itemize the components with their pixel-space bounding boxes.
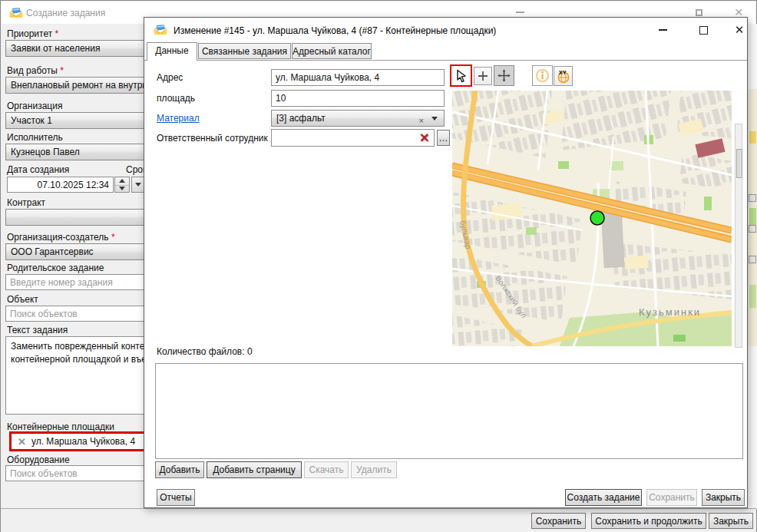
background-map-strip xyxy=(748,89,757,346)
date-spinner xyxy=(114,177,130,193)
map-tool-select-cursor-button[interactable] xyxy=(450,64,472,87)
hidden-toolbar-button[interactable] xyxy=(749,194,756,202)
tab-linked-tasks[interactable]: Связанные задания xyxy=(198,43,291,59)
move-icon xyxy=(497,68,511,83)
map-splitter[interactable] xyxy=(735,124,742,348)
tab-data[interactable]: Данные xyxy=(147,42,197,61)
map-tool-info-button[interactable] xyxy=(532,65,553,86)
object-label: Объект xyxy=(7,294,38,305)
map-road-fragment xyxy=(749,131,756,144)
map-marker[interactable] xyxy=(590,211,604,225)
employee-field[interactable] xyxy=(271,129,435,147)
background-map-sliver xyxy=(748,24,757,509)
files-count-label: Количество файлов: 0 xyxy=(157,346,253,357)
address-field[interactable] xyxy=(271,69,445,86)
area-label: площадь xyxy=(157,93,195,104)
save-and-continue-button[interactable]: Сохранить и продолжить xyxy=(591,513,706,529)
map-tool-xy-coordinates-button[interactable]: XY xyxy=(554,66,573,86)
clear-selection-icon[interactable]: × xyxy=(419,113,424,127)
info-icon xyxy=(534,68,550,84)
add-file-button[interactable]: Добавить xyxy=(155,461,204,478)
employee-label: Ответственный сотрудник xyxy=(157,133,268,144)
parent-task-label: Родительское задание xyxy=(7,263,104,273)
material-link[interactable]: Материал xyxy=(157,113,200,124)
container-sites-label: Контейнерные площадки xyxy=(7,421,114,432)
maximize-icon xyxy=(699,26,708,35)
background-window-title: Создание задания xyxy=(26,8,105,18)
screen: Создание задания ✕ Приоритет * Заявки от… xyxy=(0,0,757,532)
xy-globe-icon: XY xyxy=(556,68,571,84)
map-canvas[interactable]: бульвар Волжский бул Кузьминки xyxy=(452,91,732,346)
maximize-icon xyxy=(696,9,702,16)
dialog-title: Изменение #145 - ул. Маршала Чуйкова, 4 … xyxy=(174,25,496,36)
cursor-icon xyxy=(454,68,469,84)
edit-dialog-window: Изменение #145 - ул. Маршала Чуйкова, 4 … xyxy=(144,17,748,508)
clear-employee-icon[interactable]: ✕ xyxy=(419,132,429,144)
tab-address-catalog[interactable]: Адресный каталог xyxy=(292,43,372,59)
material-combobox[interactable]: [3] асфальт × xyxy=(271,110,445,127)
hidden-toolbar-button[interactable] xyxy=(749,225,756,233)
save-button[interactable]: Сохранить xyxy=(531,513,586,529)
create-task-button[interactable]: Создать задание xyxy=(565,489,642,506)
contract-label: Контракт xyxy=(7,197,45,208)
container-site-item-text: ул. Маршала Чуйкова, 4 xyxy=(31,436,135,447)
close-button[interactable]: Закрыть xyxy=(702,489,745,506)
files-list[interactable] xyxy=(155,363,743,459)
district-label: Кузьминки xyxy=(639,306,701,318)
reports-button[interactable]: Отчеты xyxy=(157,489,195,506)
delete-file-button[interactable]: Удалить xyxy=(351,461,397,478)
dialog-titlebar[interactable]: Изменение #145 - ул. Маршала Чуйкова, 4 … xyxy=(144,18,747,42)
close-icon: ✕ xyxy=(735,25,745,35)
splitter-handle[interactable] xyxy=(736,149,742,178)
creation-date-field[interactable] xyxy=(7,177,114,193)
arrow-down-icon xyxy=(119,187,125,190)
close-button[interactable]: Закрыть xyxy=(709,513,753,529)
work-type-label: Вид работы * xyxy=(7,65,64,76)
date-dropdown-button[interactable] xyxy=(131,177,144,193)
equipment-label: Оборудование xyxy=(7,454,70,465)
organization-label: Организация xyxy=(7,101,62,111)
plus-icon xyxy=(476,69,490,83)
address-label: Адрес xyxy=(157,72,183,83)
minimize-icon xyxy=(659,29,667,31)
background-window-footer: Сохранить Сохранить и продолжить Закрыть xyxy=(1,508,756,532)
area-field[interactable] xyxy=(271,90,445,107)
creation-date-label: Дата создания xyxy=(7,164,69,175)
employee-browse-button[interactable]: … xyxy=(437,130,450,146)
dialog-maximize-button[interactable] xyxy=(688,21,719,38)
svg-text:XY: XY xyxy=(558,68,566,75)
hidden-toolbar-button[interactable] xyxy=(749,256,756,263)
app-icon xyxy=(9,7,23,18)
save-button[interactable]: Сохранить xyxy=(646,489,697,506)
creator-org-label: Организация-создатель * xyxy=(7,232,115,243)
map-green-fragment xyxy=(749,208,756,225)
arrow-up-icon xyxy=(119,179,125,183)
download-file-button[interactable]: Скачать xyxy=(304,461,349,478)
minimize-icon xyxy=(516,12,524,13)
chevron-down-icon[interactable] xyxy=(431,117,438,121)
map-tool-pan-button[interactable] xyxy=(494,65,514,86)
spin-down-button[interactable] xyxy=(115,185,129,193)
add-page-button[interactable]: Добавить страницу xyxy=(207,461,302,478)
close-icon: ✕ xyxy=(734,7,743,18)
dialog-close-button[interactable]: ✕ xyxy=(724,21,755,38)
app-icon xyxy=(154,24,167,35)
dialog-minimize-button[interactable] xyxy=(647,21,678,38)
tab-strip-line xyxy=(144,60,747,61)
map-green-fragment xyxy=(749,285,756,308)
task-text-label: Текст задания xyxy=(7,325,68,335)
chevron-down-icon xyxy=(135,183,141,187)
map-tool-add-point-button[interactable] xyxy=(474,67,492,85)
remove-item-icon[interactable]: ✕ xyxy=(18,436,26,448)
executor-label: Исполнитель xyxy=(7,132,63,143)
priority-label: Приоритет * xyxy=(7,28,58,39)
